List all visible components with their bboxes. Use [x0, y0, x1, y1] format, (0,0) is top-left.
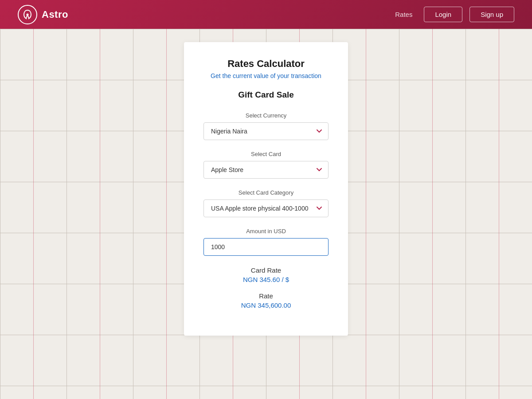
rate-label: Rate — [203, 292, 329, 300]
navbar: Astro Rates Login Sign up — [0, 0, 532, 29]
brand-name: Astro — [42, 9, 68, 20]
login-button[interactable]: Login — [424, 7, 462, 22]
navbar-right: Rates Login Sign up — [391, 7, 514, 22]
rates-link[interactable]: Rates — [391, 8, 417, 21]
card-label: Select Card — [203, 151, 329, 157]
card-rate-value: NGN 345.60 / $ — [203, 276, 329, 283]
amount-group: Amount in USD — [203, 228, 329, 256]
card-group: Select Card Apple Store — [203, 151, 329, 179]
brand-logo — [18, 5, 37, 24]
brand-icon — [22, 9, 33, 20]
rate-block: Rate NGN 345,600.00 — [203, 292, 329, 309]
currency-group: Select Currency Nigeria Naira — [203, 112, 329, 140]
signup-button[interactable]: Sign up — [469, 7, 514, 22]
category-label: Select Card Category — [203, 189, 329, 196]
rates-calculator-card: Rates Calculator Get the current value o… — [184, 42, 348, 336]
card-title: Rates Calculator — [203, 58, 329, 70]
svg-point-0 — [27, 13, 29, 16]
section-title: Gift Card Sale — [203, 90, 329, 100]
brand: Astro — [18, 5, 68, 24]
card-subtitle: Get the current value of your transactio… — [203, 72, 329, 79]
card-rate-block: Card Rate NGN 345.60 / $ — [203, 266, 329, 283]
amount-input[interactable] — [203, 238, 329, 256]
card-rate-label: Card Rate — [203, 266, 329, 274]
amount-label: Amount in USD — [203, 228, 329, 235]
rate-value: NGN 345,600.00 — [203, 301, 329, 309]
currency-select[interactable]: Nigeria Naira — [203, 122, 329, 140]
main-content: Rates Calculator Get the current value o… — [0, 29, 532, 362]
card-select[interactable]: Apple Store — [203, 161, 329, 179]
category-group: Select Card Category USA Apple store phy… — [203, 189, 329, 217]
category-select[interactable]: USA Apple store physical 400-1000 — [203, 200, 329, 217]
currency-label: Select Currency — [203, 112, 329, 119]
